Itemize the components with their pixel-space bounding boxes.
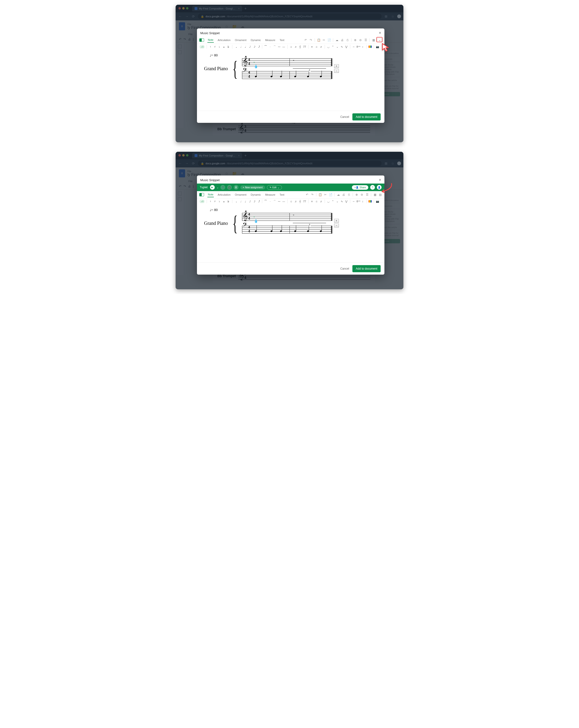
octave-icon[interactable]: 8ᵛᵃ [357,45,360,48]
c2-icon[interactable]: ♫ [315,45,318,48]
tab-ornament[interactable]: Ornament [234,192,247,197]
slur-icon[interactable]: ⌒ [273,45,276,49]
d2-icon[interactable]: ⌃ [331,45,334,48]
tab-note[interactable]: Note [207,37,214,43]
tab-dynamic[interactable]: Dynamic [250,38,261,43]
color-picker-icon[interactable] [369,200,372,203]
beam2-icon[interactable]: ♬ [294,45,297,48]
cancel-button[interactable]: Cancel [340,267,349,270]
sixteenth-icon[interactable]: 𝅘𝅥𝅯 [252,45,256,48]
zoom-in-button[interactable]: + [334,64,339,68]
back-icon[interactable]: ← [178,15,182,18]
cloud-icon[interactable]: ☁ [336,193,340,197]
tab-ornament[interactable]: Ornament [234,38,247,43]
flat-icon[interactable]: ♭ [218,45,221,48]
zoom-in-icon[interactable]: ⊕ [355,193,358,197]
cut-icon[interactable]: ✂ [322,38,326,42]
expand-toolbar-button[interactable]: ⌄ [377,38,382,42]
export-icon[interactable]: ⎙ [346,38,349,42]
play-button[interactable]: ▶ [210,185,215,190]
view-icon[interactable]: ▦ [372,38,375,42]
tab-articulation[interactable]: Articulation [217,192,231,197]
forward-icon[interactable]: → [185,161,189,165]
zoom-out-button[interactable]: − [334,224,339,227]
view2-icon[interactable]: ▤ [378,193,382,197]
cut-icon[interactable]: ✂ [323,193,327,197]
cancel-button[interactable]: Cancel [340,115,349,119]
treble-staff[interactable]: 𝄞 44 𝅝 💧 𝅝 [242,212,332,221]
tab-text[interactable]: Text [279,38,285,43]
tab-dynamic[interactable]: Dynamic [250,192,261,197]
view1-icon[interactable]: ▦ [373,193,377,197]
treble-staff[interactable]: 𝄞 44 𝅝 💧 𝅝 [242,58,332,67]
play-dropdown-icon[interactable]: ⌄ [217,186,219,189]
new-assignment-button[interactable]: + New assignment [241,185,265,189]
reload-icon[interactable]: ⟳ [191,15,196,18]
copy-icon[interactable]: 📋 [317,38,321,42]
natural-icon[interactable]: ♮ [209,45,212,48]
undo-icon[interactable]: ↶ [305,193,309,197]
tuning-icon[interactable]: 🎚 [234,185,238,190]
close-icon[interactable]: × [379,178,381,182]
d4-icon[interactable]: ∿ [340,45,344,48]
grace-icon[interactable]: 𝄞 [299,45,302,48]
tab-articulation[interactable]: Articulation [217,38,231,43]
help-icon[interactable]: ? [370,185,375,190]
note-mode-pill[interactable]: ♪ i [199,45,205,49]
camera-icon[interactable]: 📷 [376,200,379,203]
piano-icon[interactable] [199,38,204,42]
add-to-document-button[interactable]: Add to document [352,265,381,272]
doubleflat-icon[interactable]: 𝄫 [227,45,230,48]
close-icon[interactable]: × [238,7,240,10]
print-icon[interactable]: 🖨 [340,38,344,42]
beam-icon[interactable]: ♫ [290,45,293,48]
zoom-in-button[interactable]: + [334,219,339,223]
copy-icon[interactable]: 📋 [318,193,322,197]
headphone-icon[interactable]: 🎧 [227,185,232,190]
tab-note[interactable]: Note [207,192,214,197]
new-tab-button[interactable]: + [245,6,247,11]
avatar-icon[interactable] [397,15,401,18]
avatar-icon[interactable] [397,161,401,165]
score-canvas[interactable]: ♩= 80 Grand Piano { 𝄞 44 𝅝 [197,204,384,262]
reload-icon[interactable]: ⟳ [191,161,196,165]
paste-icon[interactable]: 📄 [329,193,332,197]
redo-icon[interactable]: ↷ [310,193,314,197]
paste-icon[interactable]: 📄 [327,38,331,42]
e3-icon[interactable]: ↕ [361,45,364,48]
zoom-out-button[interactable]: − [334,69,339,73]
score-canvas[interactable]: ♩= 80 Grand Piano { 𝄞 44 𝅝 [197,50,384,111]
d5-icon[interactable]: ⋁ [345,45,348,48]
account-icon[interactable]: 👤 [377,185,382,190]
close-icon[interactable]: × [238,154,240,157]
star-icon[interactable]: ☆ [391,15,395,18]
dot-icon[interactable]: · [269,45,272,48]
note-mode-pill[interactable]: ♪ i [199,200,205,203]
undo-icon[interactable]: ↶ [304,38,307,42]
edit-button[interactable]: ✎ Edit ⌄ [267,185,282,190]
metronome-icon[interactable]: 🎵 [221,185,225,190]
bass-staff[interactable]: 𝄢 44 3 [242,71,332,79]
zoom-out-icon[interactable]: ⊖ [358,38,362,42]
color-picker-icon[interactable] [369,46,372,48]
zoom-out-icon[interactable]: ⊖ [360,193,364,197]
redo-icon[interactable]: ↷ [309,38,313,42]
star-icon[interactable]: ☆ [391,161,395,165]
c3-icon[interactable]: ♬ [320,45,323,48]
layout-icon[interactable]: ☰ [365,193,369,197]
whole-icon[interactable]: 𝅝 [234,45,237,48]
tab-text[interactable]: Text [279,192,285,197]
doublesharp-icon[interactable]: 𝄪 [222,45,226,48]
add-to-document-button[interactable]: Add to document [352,113,381,121]
address-bar[interactable]: 🔒 docs.google.com/document/d/1zRhtyNtjVs… [198,160,382,166]
new-tab-button[interactable]: + [245,153,247,158]
close-icon[interactable]: × [379,31,381,35]
export-icon[interactable]: ⎙ [347,193,351,197]
browser-tab[interactable]: My First Composition - Googl…× [192,6,242,11]
layout-icon[interactable]: ☰ [364,38,368,42]
c1-icon[interactable]: ≡ [310,45,314,48]
d3-icon[interactable]: ⌄ [336,45,339,48]
back-icon[interactable]: ← [178,161,182,165]
eighth-icon[interactable]: 𝅘𝅥𝅮 [248,45,251,48]
address-bar[interactable]: 🔒 docs.google.com/document/d/1zRhtyNtjVs… [198,14,382,19]
